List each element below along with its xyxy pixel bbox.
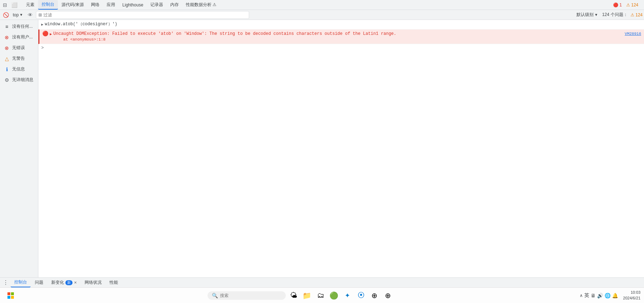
info-icon: ℹ — [4, 67, 10, 72]
bottom-tab-changes-label: 新变化 — [51, 280, 64, 283]
error-main-text: Uncaught DOMException: Failed to execute… — [53, 31, 625, 37]
list-icon: ≡ — [4, 24, 10, 30]
bottom-tab-issues-label: 问题 — [35, 280, 43, 283]
tab-recorder[interactable]: 记录器 — [147, 0, 167, 9]
sidebar-label-user: 没有用户... — [12, 34, 33, 40]
sidebar-item-errors[interactable]: ⊗ 无错误 — [1, 43, 37, 53]
context-label: top — [13, 12, 19, 17]
error-badge[interactable]: 🔴 1 — [612, 2, 623, 8]
dock-icon[interactable]: ⊟ — [1, 1, 9, 9]
console-line-error: 🔴 ▶ Uncaught DOMException: Failed to exe… — [38, 30, 644, 44]
inspect-button[interactable]: 👁 — [26, 11, 34, 19]
filter-icon: ⊞ — [38, 12, 42, 17]
main-area: ≡ 没有任何... ⊗ 没有用户... ⊗ 无错误 △ 无警告 ℹ 无信息 ⚙ … — [0, 20, 644, 283]
device-icon[interactable]: ⬜ — [10, 1, 19, 9]
bottom-tabs-bar: ⋮ 控制台 问题 新变化 新 ✕ 网络状况 性能 — [0, 277, 644, 283]
warning-badge[interactable]: ⚠ 124 — [625, 2, 640, 8]
sort-button[interactable]: 默认级别 ▼ — [575, 11, 599, 18]
sidebar-label-errors: 无错误 — [12, 45, 25, 51]
sidebar-item-verbose[interactable]: ⚙ 无详细消息 — [1, 75, 37, 85]
console-prompt: > — [41, 46, 44, 51]
error-source-link[interactable]: VM28916 — [625, 31, 641, 37]
issue-count-label: 124 个问题： — [602, 12, 627, 18]
error-circle-icon: 🔴 — [42, 31, 48, 37]
error-content: Uncaught DOMException: Failed to execute… — [53, 31, 625, 42]
devtools-left-icons: ⊟ ⬜ — [1, 1, 22, 9]
gear-icon: ⚙ — [4, 77, 10, 83]
issue-count-num[interactable]: ⚠ 124 — [630, 12, 643, 17]
bottom-tab-console-label: 控制台 — [14, 279, 27, 283]
sidebar-item-warnings[interactable]: △ 无警告 — [1, 53, 37, 64]
sidebar-item-info[interactable]: ℹ 无信息 — [1, 64, 37, 74]
bottom-tab-changes[interactable]: 新变化 新 ✕ — [48, 278, 80, 283]
triangle-icon: △ — [4, 56, 10, 62]
tab-network[interactable]: 网络 — [87, 0, 103, 9]
sidebar-label-all: 没有任何... — [12, 23, 33, 30]
bottom-tab-performance-label: 性能 — [109, 280, 118, 283]
filter-input[interactable] — [43, 12, 247, 17]
error-sub-text: at <anonymous>:1:8 — [53, 37, 625, 42]
expand-toggle-2[interactable]: ▶ — [50, 31, 52, 37]
bottom-tab-performance[interactable]: 性能 — [106, 278, 122, 283]
console-input-line: > — [38, 44, 644, 52]
chevron-down-icon: ▼ — [20, 13, 23, 17]
console-toolbar-right: 默认级别 ▼ 124 个问题： ⚠ 124 — [575, 11, 643, 18]
new-badge: 新 — [65, 280, 73, 283]
sort-chevron-icon: ▼ — [594, 13, 598, 17]
sidebar-item-user[interactable]: ⊗ 没有用户... — [1, 32, 37, 42]
tab-lighthouse[interactable]: Lighthouse — [119, 1, 147, 9]
console-text-atob: window.atob('（codesigner）') — [45, 21, 641, 27]
devtools-tabs: 元素 控制台 源代码/来源 网络 应用 Lighthouse 记录器 内存 性能… — [22, 0, 220, 10]
bottom-tab-network-status[interactable]: 网络状况 — [81, 278, 105, 283]
sidebar-label-info: 无信息 — [12, 66, 25, 72]
sort-label: 默认级别 — [576, 12, 594, 18]
close-changes-button[interactable]: ✕ — [74, 281, 77, 283]
bottom-tab-console[interactable]: 控制台 — [11, 278, 31, 283]
context-selector[interactable]: top ▼ — [11, 12, 25, 18]
circle-x-icon-errors: ⊗ — [4, 45, 10, 51]
console-output: ▶ window.atob('（codesigner）') 🔴 ▶ Uncaug… — [38, 20, 644, 283]
devtools-right-icons: 🔴 1 ⚠ 124 — [612, 2, 643, 8]
tab-application[interactable]: 应用 — [103, 0, 119, 9]
console-line-atob: ▶ window.atob('（codesigner）') — [38, 20, 644, 30]
sidebar-label-verbose: 无详细消息 — [12, 77, 33, 83]
tab-console[interactable]: 控制台 — [38, 0, 58, 10]
bottom-tab-issues[interactable]: 问题 — [31, 278, 47, 283]
clear-console-button[interactable]: 🚫 — [1, 11, 10, 19]
devtools-top-bar: ⊟ ⬜ 元素 控制台 源代码/来源 网络 应用 Lighthouse 记录器 内… — [0, 0, 644, 10]
console-toolbar: 🚫 top ▼ 👁 ⊞ 默认级别 ▼ 124 个问题： ⚠ 124 — [0, 10, 644, 20]
console-sidebar: ≡ 没有任何... ⊗ 没有用户... ⊗ 无错误 △ 无警告 ℹ 无信息 ⚙ … — [0, 20, 38, 283]
sidebar-item-all[interactable]: ≡ 没有任何... — [1, 21, 37, 32]
tab-memory[interactable]: 内存 — [167, 0, 182, 9]
tab-elements[interactable]: 元素 — [22, 0, 38, 9]
expand-toggle-1[interactable]: ▶ — [41, 21, 43, 28]
bottom-tab-network-label: 网络状况 — [85, 280, 102, 283]
sidebar-label-warnings: 无警告 — [12, 55, 25, 62]
filter-area: ⊞ — [36, 11, 249, 19]
bottom-more-button[interactable]: ⋮ — [1, 278, 10, 283]
circle-x-icon-user: ⊗ — [4, 34, 10, 40]
tab-performance[interactable]: 性能数据分析 ⚠ — [182, 0, 220, 9]
tab-sources[interactable]: 源代码/来源 — [58, 0, 87, 9]
console-input[interactable] — [45, 46, 641, 51]
